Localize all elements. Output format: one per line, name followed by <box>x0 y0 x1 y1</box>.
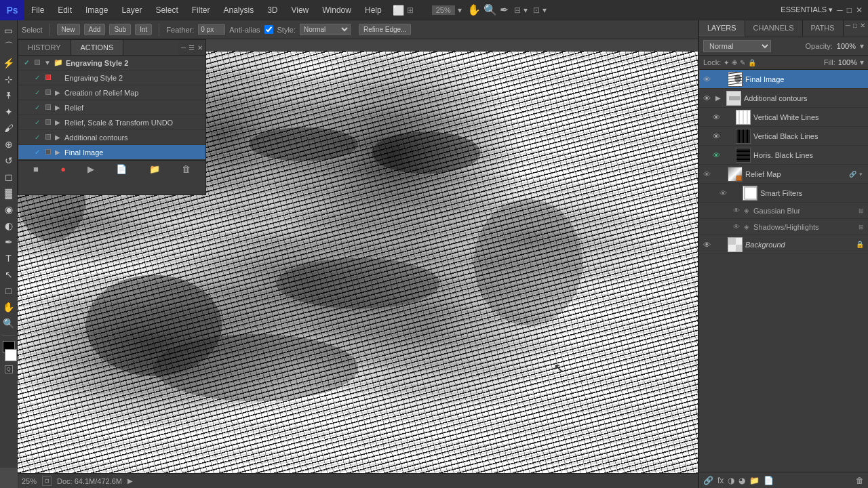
layer2-eye-icon[interactable]: 👁 <box>703 94 713 102</box>
eyedropper-tool[interactable]: 🖈 <box>1 88 16 103</box>
brush-tool[interactable]: 🖌 <box>1 121 16 136</box>
new-set-btn[interactable]: 📁 <box>149 164 160 174</box>
action-item-3[interactable]: ✓ ▶ Relief <box>18 100 205 115</box>
lock-all-icon[interactable]: 🔒 <box>748 59 756 66</box>
view-mode-chevron-icon[interactable]: ▾ <box>524 5 528 15</box>
transform-chevron-icon[interactable]: ▾ <box>542 5 547 15</box>
tab-history[interactable]: HISTORY <box>18 40 71 55</box>
layer3-eye-icon[interactable]: 👁 <box>713 113 722 121</box>
new-layer-btn[interactable]: 📄 <box>764 476 774 485</box>
eraser-tool[interactable]: ◻ <box>1 169 16 184</box>
zoom-chevron-icon[interactable]: ▾ <box>458 5 462 15</box>
quick-mask-icon[interactable]: Q <box>5 365 13 373</box>
menu-select[interactable]: Select <box>149 0 184 20</box>
action3-arrow[interactable]: ▶ <box>55 104 62 111</box>
panel-min-icon[interactable]: ─ <box>846 22 850 29</box>
layer2-arrow-icon[interactable]: ▶ <box>715 94 724 102</box>
layer6-link-btn[interactable]: 🔗 <box>849 171 856 178</box>
new-selection-btn[interactable]: New <box>57 24 80 35</box>
blur-tool[interactable]: ◉ <box>1 202 16 217</box>
subtract-selection-btn[interactable]: Sub <box>109 24 131 35</box>
gaussian-options-icon[interactable]: ⊞ <box>859 207 864 214</box>
add-mask-btn[interactable]: ◑ <box>728 476 734 485</box>
dodge-tool[interactable]: ◐ <box>1 218 16 233</box>
zoom-fit-btn[interactable]: ⊡ <box>42 476 52 486</box>
group-arrow-icon[interactable]: ▼ <box>44 59 51 66</box>
transform-icon[interactable]: ⊡ <box>533 5 540 15</box>
view-mode-icon[interactable]: ⊟ <box>514 5 521 15</box>
new-adjustment-btn[interactable]: ◕ <box>738 476 745 485</box>
lock-position-icon[interactable]: ✎ <box>740 59 745 66</box>
new-action-btn[interactable]: 📄 <box>116 164 127 174</box>
layer-background[interactable]: 👁 Background 🔒 <box>699 235 868 254</box>
lock-transparency-icon[interactable]: ✦ <box>724 59 729 66</box>
action5-arrow[interactable]: ▶ <box>55 134 62 141</box>
hand-tool[interactable]: ✋ <box>1 300 16 314</box>
panel-collapse-icon[interactable]: ─ <box>181 44 186 52</box>
panel-max-icon[interactable]: □ <box>853 22 857 29</box>
layer1-eye-icon[interactable]: 👁 <box>703 75 713 83</box>
action6-arrow[interactable]: ▶ <box>55 148 62 156</box>
menu-window[interactable]: Window <box>315 0 358 20</box>
gradient-tool[interactable]: ▓ <box>1 186 16 201</box>
layer10-eye-icon[interactable]: 👁 <box>703 241 713 249</box>
arrange-icon[interactable]: ⊞ <box>407 5 414 15</box>
menu-edit[interactable]: Edit <box>51 0 79 20</box>
pen-tool-icon[interactable]: ✒ <box>500 3 509 16</box>
pen-tool[interactable]: ✒ <box>1 235 16 249</box>
status-arrow-btn[interactable]: ▶ <box>127 477 133 485</box>
lock-image-icon[interactable]: ✙ <box>732 59 737 66</box>
maximize-icon[interactable]: □ <box>847 5 852 15</box>
action-item-1[interactable]: ✓ ▶ Engraving Style 2 <box>18 70 205 85</box>
layer-horis-black-lines[interactable]: 👁 Horis. Black Lines <box>699 146 868 165</box>
crop-tool[interactable]: ⊹ <box>1 72 16 87</box>
panel-close-icon[interactable]: ✕ <box>197 44 203 52</box>
menu-3d[interactable]: 3D <box>260 0 284 20</box>
zoom-tool-icon[interactable]: 🔍 <box>484 3 497 16</box>
refine-edge-btn[interactable]: Refine Edge... <box>359 24 411 35</box>
new-group-btn[interactable]: 📁 <box>749 476 760 485</box>
clone-tool[interactable]: ⊕ <box>1 137 16 152</box>
action4-arrow[interactable]: ▶ <box>55 119 62 126</box>
layer-vertical-black-lines[interactable]: 👁 Vertical Black Lines <box>699 127 868 146</box>
panel-menu-icon[interactable]: ☰ <box>189 44 195 52</box>
zoom-tool[interactable]: 🔍 <box>1 316 16 331</box>
stop-btn[interactable]: ■ <box>33 164 39 174</box>
opacity-value[interactable]: 100% <box>837 42 856 50</box>
background-color[interactable] <box>5 349 17 361</box>
frame-tool-icon[interactable]: ⬜ <box>393 5 404 16</box>
action-item-6[interactable]: ✓ ▶ Final Image <box>18 145 205 160</box>
layer-vertical-white-lines[interactable]: 👁 Vertical White Lines <box>699 108 868 127</box>
menu-filter[interactable]: Filter <box>185 0 217 20</box>
action-item-5[interactable]: ✓ ▶ Additional contours <box>18 130 205 145</box>
layer-relief-map[interactable]: 👁 Relief Map 🔗 ▾ <box>699 165 868 184</box>
delete-layer-btn[interactable]: 🗑 <box>856 476 864 485</box>
action-item-4[interactable]: ✓ ▶ Relief, Scale & Transform UNDO <box>18 115 205 130</box>
link-layers-btn[interactable]: 🔗 <box>703 476 713 485</box>
path-select-tool[interactable]: ↖ <box>1 267 16 282</box>
menu-help[interactable]: Help <box>358 0 389 20</box>
action2-arrow[interactable]: ▶ <box>55 89 62 96</box>
spot-heal-tool[interactable]: ✦ <box>1 104 16 119</box>
style-select[interactable]: Normal Fixed Ratio Fixed Size <box>300 24 351 35</box>
fill-arrow-icon[interactable]: ▾ <box>860 58 864 67</box>
menu-analysis[interactable]: Analysis <box>216 0 260 20</box>
menu-file[interactable]: File <box>24 0 51 20</box>
antialiased-checkbox[interactable] <box>264 25 273 34</box>
opacity-arrow-icon[interactable]: ▾ <box>860 41 864 51</box>
record-btn[interactable]: ● <box>60 164 66 174</box>
blend-mode-select[interactable]: Normal Multiply Screen <box>703 40 771 52</box>
layer4-eye-icon[interactable]: 👁 <box>713 132 722 140</box>
layer-additional-contours[interactable]: 👁 ▶ Additional contours <box>699 89 868 108</box>
play-btn[interactable]: ▶ <box>87 164 94 174</box>
action-item-2[interactable]: ✓ ▶ Creation of Relief Map <box>18 85 205 100</box>
delete-btn[interactable]: 🗑 <box>182 164 191 174</box>
filter-gaussian-blur[interactable]: 👁 ◈ Gaussian Blur ⊞ <box>699 203 868 219</box>
marquee-tool[interactable]: ▭ <box>1 23 16 38</box>
layer-smart-filters[interactable]: 👁 Smart Filters <box>699 184 868 203</box>
close-icon[interactable]: ✕ <box>856 5 863 15</box>
type-tool[interactable]: T <box>1 251 16 266</box>
shadows-eye-icon[interactable]: 👁 <box>733 223 740 230</box>
gaussian-eye-icon[interactable]: 👁 <box>733 207 740 214</box>
menu-image[interactable]: Image <box>79 0 115 20</box>
